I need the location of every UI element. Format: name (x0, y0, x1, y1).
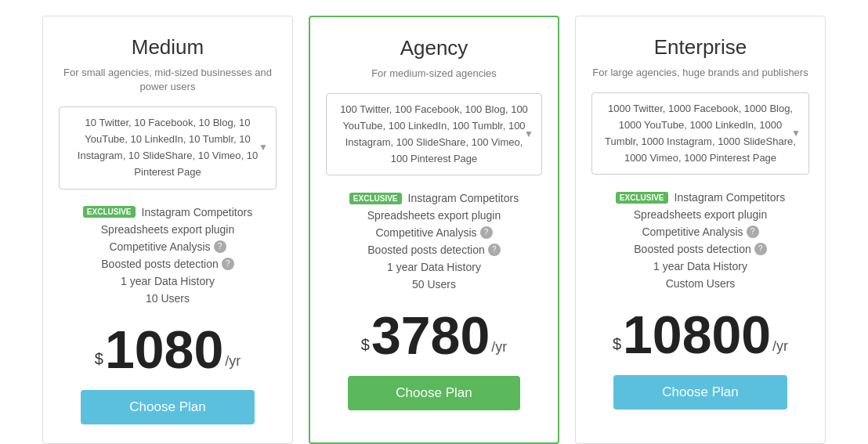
feature-text: Instagram Competitors (142, 206, 253, 218)
feature-text: Competitive Analysis (109, 240, 210, 253)
plan-subtitle-medium: For small agencies, mid-sized businesses… (59, 66, 277, 94)
feature-item: 1 year Data History (326, 258, 542, 276)
feature-item: Boosted posts detection? (591, 240, 809, 258)
feature-item: Competitive Analysis? (59, 238, 277, 255)
feature-item: Spreadsheets export plugin (59, 221, 277, 238)
price-period: /yr (491, 339, 507, 356)
feature-text: 1 year Data History (653, 260, 747, 273)
exclusive-badge: Exclusive (616, 192, 668, 204)
feature-text: Custom Users (666, 277, 736, 290)
feature-text: Boosted posts detection (634, 243, 750, 255)
feature-item: Spreadsheets export plugin (591, 206, 809, 223)
feature-text: Competitive Analysis (375, 226, 476, 239)
feature-text: 50 Users (412, 278, 456, 291)
features-list-enterprise: ExclusiveInstagram CompetitorsSpreadshee… (591, 189, 809, 292)
feature-item: Boosted posts detection? (326, 241, 542, 258)
choose-plan-button-medium[interactable]: Choose Plan (81, 390, 255, 424)
info-icon[interactable]: ? (222, 258, 234, 270)
feature-text: Boosted posts detection (367, 244, 484, 256)
price-area-enterprise: $10800/yr (613, 308, 788, 361)
exclusive-badge: Exclusive (83, 206, 136, 218)
info-icon[interactable]: ? (747, 226, 759, 238)
feature-item: Boosted posts detection? (59, 255, 277, 273)
price-amount: 10800 (623, 308, 771, 361)
feature-text: 1 year Data History (121, 275, 215, 287)
plan-title-agency: Agency (400, 36, 468, 60)
price-period: /yr (772, 338, 788, 355)
price-amount: 1080 (105, 323, 223, 376)
feature-text: Instagram Competitors (408, 192, 519, 204)
plan-title-enterprise: Enterprise (654, 35, 747, 60)
info-icon[interactable]: ? (214, 240, 226, 253)
price-dollar-sign: $ (361, 336, 370, 354)
plan-networks-medium[interactable]: 10 Twitter, 10 Facebook, 10 Blog, 10 You… (59, 106, 277, 189)
feature-item: ExclusiveInstagram Competitors (591, 189, 809, 206)
plan-title-medium: Medium (132, 35, 204, 60)
plans-container: MediumFor small agencies, mid-sized busi… (16, 16, 852, 444)
feature-text: Spreadsheets export plugin (367, 209, 501, 222)
plan-networks-agency[interactable]: 100 Twitter, 100 Facebook, 100 Blog, 100… (326, 93, 542, 175)
price-area-medium: $1080/yr (95, 323, 241, 376)
plan-card-agency: AgencyFor medium-sized agencies100 Twitt… (309, 16, 559, 444)
price-area-agency: $3780/yr (361, 309, 507, 362)
chevron-down-icon: ▼ (524, 127, 533, 142)
info-icon[interactable]: ? (480, 226, 493, 239)
feature-item: Spreadsheets export plugin (326, 207, 542, 224)
feature-item: Competitive Analysis? (326, 224, 542, 241)
plan-subtitle-agency: For medium-sized agencies (371, 67, 497, 81)
features-list-medium: ExclusiveInstagram CompetitorsSpreadshee… (59, 204, 277, 307)
features-list-agency: ExclusiveInstagram CompetitorsSpreadshee… (326, 190, 542, 293)
price-period: /yr (225, 353, 241, 370)
feature-text: Instagram Competitors (675, 191, 786, 204)
price-amount: 3780 (371, 309, 490, 362)
info-icon[interactable]: ? (488, 244, 501, 256)
price-dollar-sign: $ (95, 350, 103, 368)
plan-subtitle-enterprise: For large agencies, huge brands and publ… (592, 66, 808, 80)
plan-card-medium: MediumFor small agencies, mid-sized busi… (42, 16, 293, 444)
feature-text: Spreadsheets export plugin (101, 223, 234, 236)
feature-item: 1 year Data History (59, 273, 277, 290)
chevron-down-icon: ▼ (791, 126, 801, 141)
feature-text: Boosted posts detection (101, 258, 218, 270)
exclusive-badge: Exclusive (349, 193, 402, 204)
feature-text: Spreadsheets export plugin (634, 208, 767, 221)
chevron-down-icon: ▼ (259, 140, 268, 155)
plan-networks-enterprise[interactable]: 1000 Twitter, 1000 Facebook, 1000 Blog, … (591, 92, 809, 175)
feature-item: 10 Users (59, 290, 277, 307)
feature-item: ExclusiveInstagram Competitors (326, 190, 542, 207)
choose-plan-button-enterprise[interactable]: Choose Plan (613, 375, 787, 410)
feature-item: 1 year Data History (591, 258, 809, 275)
price-dollar-sign: $ (613, 335, 621, 353)
feature-item: Custom Users (591, 275, 809, 292)
feature-text: 1 year Data History (387, 261, 481, 273)
feature-item: Competitive Analysis? (591, 223, 809, 240)
info-icon[interactable]: ? (754, 243, 767, 255)
feature-text: Competitive Analysis (642, 226, 743, 238)
feature-text: 10 Users (146, 292, 190, 305)
plan-card-enterprise: EnterpriseFor large agencies, huge brand… (575, 16, 826, 444)
feature-item: ExclusiveInstagram Competitors (59, 204, 277, 221)
feature-item: 50 Users (326, 276, 542, 293)
choose-plan-button-agency[interactable]: Choose Plan (348, 376, 521, 410)
